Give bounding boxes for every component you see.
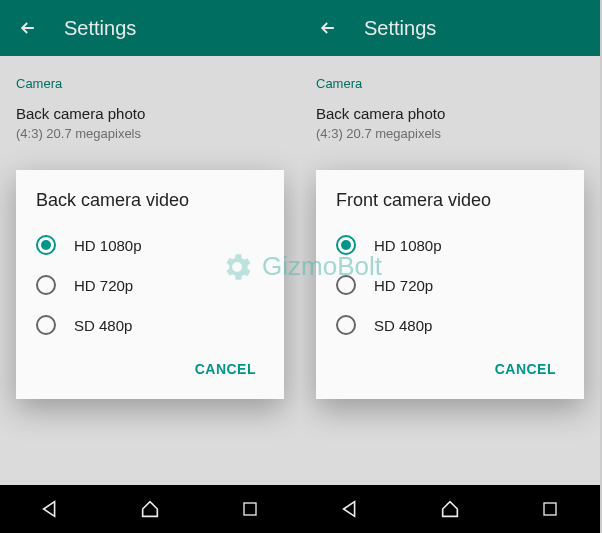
radio-label: SD 480p (74, 317, 132, 334)
cancel-button[interactable]: CANCEL (487, 353, 564, 385)
video-resolution-dialog: Front camera video HD 1080p HD 720p SD 4… (316, 170, 584, 399)
radio-label: HD 1080p (74, 237, 142, 254)
dialog-actions: CANCEL (36, 345, 264, 391)
radio-option[interactable]: HD 1080p (336, 225, 564, 265)
dialog-actions: CANCEL (336, 345, 564, 391)
radio-option[interactable]: SD 480p (336, 305, 564, 345)
radio-label: HD 720p (74, 277, 133, 294)
radio-checked-icon (36, 235, 56, 255)
screen-right: Settings Camera Back camera photo (4:3) … (300, 0, 600, 533)
radio-option[interactable]: HD 720p (336, 265, 564, 305)
radio-option[interactable]: HD 1080p (36, 225, 264, 265)
radio-option[interactable]: HD 720p (36, 265, 264, 305)
radio-unchecked-icon (36, 315, 56, 335)
dialog-title: Front camera video (336, 190, 564, 211)
radio-checked-icon (336, 235, 356, 255)
radio-option[interactable]: SD 480p (36, 305, 264, 345)
radio-unchecked-icon (336, 315, 356, 335)
dialog-title: Back camera video (36, 190, 264, 211)
radio-label: SD 480p (374, 317, 432, 334)
radio-unchecked-icon (36, 275, 56, 295)
radio-label: HD 1080p (374, 237, 442, 254)
radio-unchecked-icon (336, 275, 356, 295)
cancel-button[interactable]: CANCEL (187, 353, 264, 385)
video-resolution-dialog: Back camera video HD 1080p HD 720p SD 48… (16, 170, 284, 399)
screen-left: Settings Camera Back camera photo (4:3) … (0, 0, 300, 533)
radio-label: HD 720p (374, 277, 433, 294)
